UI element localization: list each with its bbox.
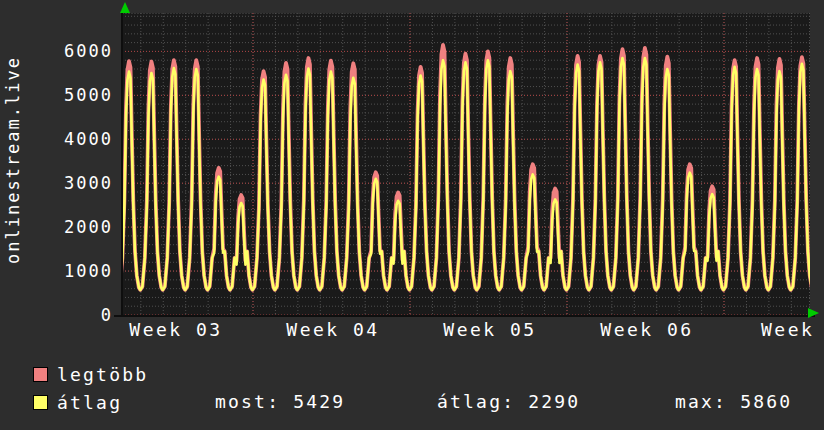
y-axis-arrow-icon bbox=[120, 2, 130, 13]
chart-canvas bbox=[122, 13, 810, 315]
y-tick-label: 4000 bbox=[38, 130, 113, 148]
legend-swatch-avg bbox=[33, 395, 48, 410]
x-tick-label: Week 03 bbox=[129, 321, 222, 339]
y-tick-label: 3000 bbox=[38, 174, 113, 192]
stat-most: most: 5429 bbox=[215, 393, 345, 411]
x-tick-label: Week 06 bbox=[600, 321, 693, 339]
y-tick-label: 5000 bbox=[38, 86, 113, 104]
x-tick-label: Week 04 bbox=[286, 321, 379, 339]
legend-label-avg: átlag bbox=[57, 394, 122, 412]
stat-atlag: átlag: 2290 bbox=[437, 393, 580, 411]
y-tick-label: 0 bbox=[38, 306, 113, 324]
stat-max: max: 5860 bbox=[675, 393, 792, 411]
x-axis-arrow-icon bbox=[808, 308, 819, 318]
x-tick-label: Week 05 bbox=[443, 321, 536, 339]
x-axis-line bbox=[114, 315, 815, 317]
plot-area bbox=[122, 13, 810, 315]
graph-title-text: onlinestream.live bbox=[3, 56, 23, 264]
y-tick-label: 2000 bbox=[38, 218, 113, 236]
rrd-graph-window: { "title": { "text": "onlinestream.live"… bbox=[0, 0, 824, 430]
y-tick-label: 6000 bbox=[38, 42, 113, 60]
y-axis-line bbox=[121, 10, 123, 317]
legend-swatch-max bbox=[33, 367, 48, 382]
y-tick-label: 1000 bbox=[38, 262, 113, 280]
legend-label-max: legtöbb bbox=[57, 366, 148, 384]
x-tick-label: Week bbox=[761, 321, 814, 339]
